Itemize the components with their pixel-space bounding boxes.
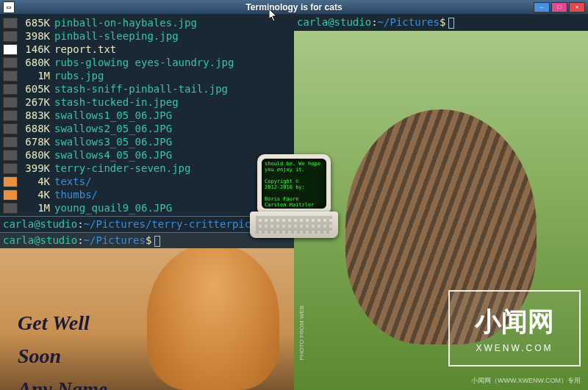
cursor-icon <box>448 18 454 29</box>
maximize-button[interactable]: □ <box>551 2 567 12</box>
file-size: 267K <box>19 95 50 109</box>
file-size: 678K <box>19 135 50 148</box>
file-size: 883K <box>19 109 50 122</box>
image-thumbnail-icon <box>3 123 18 134</box>
image-thumbnail-icon <box>3 110 18 121</box>
file-name: report.txt <box>54 43 116 56</box>
greeting-line: Get Well <box>18 307 107 340</box>
prompt-colon: : <box>77 218 83 230</box>
file-name: rubs.jpg <box>54 69 104 82</box>
prompt-symbol: $ <box>146 234 151 246</box>
about-credit-line: 2012-2016 by: <box>265 184 323 190</box>
file-size: 688K <box>19 122 50 135</box>
file-row[interactable]: 680Krubs-glowing eyes-laundry.jpg <box>3 56 291 69</box>
file-row[interactable]: 267Kstash-tucked-in.jpeg <box>3 95 291 109</box>
image-thumbnail-icon <box>3 163 18 174</box>
about-credit-line <box>265 173 323 178</box>
cursor-icon <box>154 236 160 247</box>
file-size: 398K <box>19 29 50 43</box>
file-size: 4K <box>19 175 50 188</box>
file-size: 680K <box>19 148 50 162</box>
window-titlebar: ▭ Terminology is for cats – □ × <box>0 0 588 15</box>
folder-icon <box>3 189 18 201</box>
mouse-cursor-icon <box>269 9 278 22</box>
about-credit-line: Gustavo Sverzut <box>265 208 323 209</box>
image-thumbnail-icon <box>3 150 18 161</box>
watermark-strip: 小闻网（WWW.XWENW.COM）专用 <box>464 376 588 386</box>
prompt-user: carla@studio <box>297 16 371 28</box>
about-credits-text: should be. We hopeyou enjoy it. Copyrigh… <box>262 159 326 209</box>
document-icon <box>3 44 18 55</box>
about-credit-line: should be. We hope <box>265 161 323 167</box>
watermark-side: PHOTO FROM WEB <box>298 306 305 361</box>
file-row[interactable]: 398Kpinball-sleeping.jpg <box>3 29 291 43</box>
file-name: stash-sniff-pinball-tail.jpg <box>54 82 228 95</box>
greeting-line: Any Name <box>18 373 107 390</box>
window-controls: – □ × <box>534 2 585 12</box>
file-name: swallows3_05_06.JPG <box>54 135 172 148</box>
file-size: 146K <box>19 43 50 56</box>
file-row[interactable]: 685Kpinball-on-haybales.jpg <box>3 16 291 29</box>
file-size: 1M <box>19 201 50 214</box>
file-row[interactable]: 688Kswallows2_05_06.JPG <box>3 122 291 135</box>
prompt-user: carla@studio <box>3 218 77 230</box>
file-size: 605K <box>19 82 50 95</box>
file-name: pinball-sleeping.jpg <box>54 29 179 43</box>
file-size: 680K <box>19 56 50 69</box>
file-size: 1M <box>19 69 50 82</box>
image-thumbnail-icon <box>3 18 18 29</box>
file-name: texts/ <box>54 175 92 188</box>
file-name: stash-tucked-in.jpeg <box>54 95 179 109</box>
prompt-colon: : <box>371 16 377 28</box>
file-size: 399K <box>19 162 50 175</box>
file-name: terry-cinder-seven.jpg <box>54 162 190 175</box>
watermark-domain: XWENW.COM <box>476 343 553 353</box>
window-title: Terminology is for cats <box>245 2 342 12</box>
greeting-card-text: Get Well Soon Any Name <box>18 307 107 390</box>
prompt-colon: : <box>77 234 83 246</box>
watermark-big: 小闻网 <box>475 304 554 340</box>
file-row[interactable]: 605Kstash-sniff-pinball-tail.jpg <box>3 82 291 95</box>
prompt-path: ~/Pictures/terry-critterpics <box>84 218 257 230</box>
about-credit-line: Boris Faure <box>265 196 323 202</box>
image-thumbnail-icon <box>3 84 18 95</box>
image-thumbnail-icon <box>3 137 18 148</box>
crt-keyboard-icon <box>250 212 338 238</box>
file-name: thumbs/ <box>54 188 98 201</box>
file-row[interactable]: 678Kswallows3_05_06.JPG <box>3 135 291 148</box>
file-name: swallows4_05_06.JPG <box>54 148 172 162</box>
terminal-right-prompt[interactable]: carla@studio:~/Pictures$ <box>294 15 588 31</box>
file-name: pinball-on-haybales.jpg <box>54 16 197 29</box>
about-credit-line <box>265 190 323 196</box>
minimize-button[interactable]: – <box>534 2 550 12</box>
file-row[interactable]: 883Kswallows1_05_06.JPG <box>3 109 291 122</box>
watermark-box: 小闻网 XWENW.COM <box>448 290 581 366</box>
about-credit-line: you enjoy it. <box>265 167 323 173</box>
about-credit-line: Copyright © <box>265 178 323 184</box>
terminal-background-image-left: Get Well Soon Any Name <box>0 248 294 390</box>
prompt-path: ~/Pictures <box>84 234 146 246</box>
kitten-image-left <box>147 248 279 390</box>
file-row[interactable]: 1Mrubs.jpg <box>3 69 291 82</box>
file-name: swallows2_05_06.JPG <box>54 122 172 135</box>
about-credit-line: Carsten Haitzler <box>265 202 323 208</box>
app-icon: ▭ <box>3 1 15 13</box>
file-row[interactable]: 146Kreport.txt <box>3 43 291 56</box>
file-size: 685K <box>19 16 50 29</box>
file-name: young_quail9_06.JPG <box>54 201 172 214</box>
prompt-path: ~/Pictures <box>378 16 440 28</box>
file-size: 4K <box>19 188 50 201</box>
image-thumbnail-icon <box>3 97 18 108</box>
image-thumbnail-icon <box>3 57 18 68</box>
file-name: rubs-glowing eyes-laundry.jpg <box>54 56 234 69</box>
crt-monitor-icon: should be. We hopeyou enjoy it. Copyrigh… <box>257 154 331 213</box>
close-button[interactable]: × <box>569 2 585 12</box>
file-name: swallows1_05_06.JPG <box>54 109 172 122</box>
prompt-user: carla@studio <box>3 234 77 246</box>
folder-icon <box>3 176 18 187</box>
about-dialog[interactable]: should be. We hopeyou enjoy it. Copyrigh… <box>246 154 342 250</box>
greeting-line: Soon <box>18 340 107 373</box>
image-thumbnail-icon <box>3 31 18 42</box>
image-thumbnail-icon <box>3 203 18 214</box>
prompt-symbol: $ <box>440 16 445 28</box>
